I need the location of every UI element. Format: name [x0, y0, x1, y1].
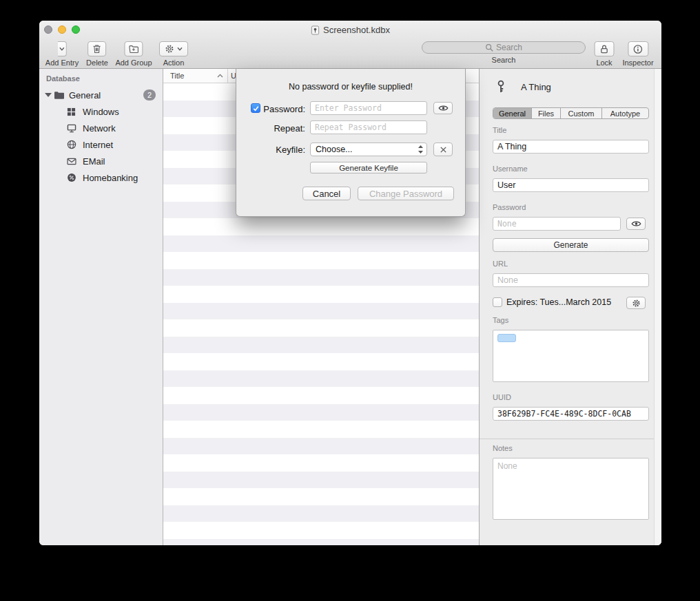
lock-button[interactable] [595, 41, 615, 56]
chevron-down-icon [59, 47, 65, 51]
disclosure-triangle-icon[interactable] [45, 93, 52, 97]
desktop: { "window": { "title": "Screenshot.kdbx"… [0, 0, 700, 601]
inspector-scrollbar[interactable] [654, 69, 661, 545]
entry-list-row[interactable] [163, 438, 479, 455]
title-field-label: Title [493, 126, 506, 134]
repeat-password-input[interactable] [310, 120, 427, 134]
uuid-field[interactable] [493, 407, 649, 421]
sidebar-item-internet[interactable]: Internet [39, 136, 163, 153]
toolbar-add-entry: Add Entry [45, 41, 79, 67]
trash-icon [92, 44, 101, 54]
entry-list-row[interactable] [163, 286, 479, 303]
column-divider[interactable] [227, 69, 228, 83]
action-button[interactable] [159, 41, 188, 56]
dialog-message: No password or keyfile supplied! [236, 82, 465, 92]
sidebar-item-label: Homebanking [83, 173, 138, 183]
gear-icon [632, 299, 641, 308]
expires-label: Expires: Tues...March 2015 [506, 297, 611, 307]
password-input[interactable] [310, 101, 427, 115]
tags-field[interactable] [493, 330, 649, 382]
sort-ascending-icon [217, 74, 223, 78]
entry-list-row[interactable] [163, 252, 479, 269]
action-label: Action [163, 59, 185, 67]
change-password-button[interactable]: Change Password [358, 187, 454, 200]
toolbar-add-group: Add Group [115, 41, 152, 67]
repeat-label: Repeat: [262, 123, 305, 134]
sidebar-item-label: Network [83, 123, 116, 134]
search-placeholder: Search [496, 43, 522, 52]
entry-list-row[interactable] [163, 421, 479, 438]
tab-autotype[interactable]: Autotype [602, 108, 648, 118]
cancel-button[interactable]: Cancel [302, 187, 351, 200]
x-icon [440, 146, 447, 154]
lock-icon [600, 44, 609, 54]
entry-list-row[interactable] [163, 319, 479, 337]
entry-list-row[interactable] [163, 235, 479, 253]
sidebar-item-label: EMail [83, 156, 105, 167]
add-group-button[interactable] [124, 41, 143, 56]
url-field[interactable] [493, 273, 649, 287]
toolbar-lock: Lock [595, 41, 615, 67]
clear-keyfile-button[interactable] [433, 143, 453, 156]
entry-list-row[interactable] [163, 353, 479, 370]
percent-coin-icon [67, 173, 76, 182]
entry-list-row[interactable] [163, 303, 479, 320]
entry-list-row[interactable] [163, 370, 479, 388]
window-chrome: Screenshot.kdbx Add Ent [39, 21, 661, 69]
toolbar-inspector: Inspector [622, 41, 653, 67]
entry-list-row[interactable] [163, 387, 479, 404]
tab-general[interactable]: General [493, 108, 532, 118]
inspector-button[interactable] [628, 41, 648, 56]
cancel-label: Cancel [313, 189, 340, 199]
sidebar-item-network[interactable]: Network [39, 120, 163, 136]
entry-list-row[interactable] [163, 522, 479, 539]
expires-checkbox[interactable] [493, 297, 502, 307]
key-icon [495, 80, 506, 94]
entry-list-row[interactable] [163, 488, 479, 505]
tag-chip[interactable] [497, 334, 516, 342]
notes-field[interactable] [493, 458, 649, 520]
entry-list-row[interactable] [163, 539, 479, 546]
window-title-area: Screenshot.kdbx [39, 21, 661, 39]
entry-list-row[interactable] [163, 218, 479, 235]
username-field[interactable] [493, 178, 649, 192]
keyfile-label: Keyfile: [262, 145, 305, 155]
entry-list-row[interactable] [163, 337, 479, 354]
expires-settings-button[interactable] [626, 297, 646, 309]
tab-custom[interactable]: Custom [561, 108, 602, 118]
document-icon [311, 25, 320, 35]
entry-count-badge: 2 [143, 89, 156, 101]
password-field[interactable] [493, 217, 621, 231]
uuid-label: UUID [493, 393, 511, 401]
inspector-tabs: General Files Custom Autotype [493, 107, 649, 119]
search-input[interactable]: Search [422, 41, 586, 54]
delete-label: Delete [86, 59, 108, 67]
delete-button[interactable] [88, 41, 106, 56]
password-dialog: No password or keyfile supplied! Passwor… [236, 69, 466, 217]
column-header-title[interactable]: Title [170, 72, 184, 80]
sidebar-group-general[interactable]: General 2 [39, 87, 163, 103]
title-field[interactable] [493, 140, 649, 154]
entry-list-row[interactable] [163, 404, 479, 421]
generate-keyfile-button[interactable]: Generate Keyfile [310, 162, 427, 173]
entry-list-row[interactable] [163, 472, 479, 489]
sidebar-item-email[interactable]: EMail [39, 153, 163, 169]
keyfile-popup[interactable]: Choose... [310, 143, 427, 156]
entry-list-row[interactable] [163, 505, 479, 523]
tags-label: Tags [493, 316, 508, 324]
inspector-divider [480, 439, 661, 439]
eye-icon [438, 105, 449, 112]
add-entry-dropdown[interactable] [58, 41, 67, 56]
globe-icon [67, 140, 76, 149]
entry-list-row[interactable] [163, 454, 479, 472]
reveal-password-button[interactable] [433, 102, 453, 114]
generate-password-button[interactable]: Generate [493, 238, 649, 252]
entry-list-row[interactable] [163, 269, 479, 286]
reveal-password-button[interactable] [626, 218, 646, 230]
change-password-label: Change Password [369, 189, 442, 199]
sidebar-item-windows[interactable]: Windows [39, 103, 163, 120]
expires-row: Expires: Tues...March 2015 [493, 296, 611, 308]
sidebar-item-homebanking[interactable]: Homebanking [39, 169, 163, 186]
password-checkbox[interactable] [251, 103, 260, 113]
tab-files[interactable]: Files [532, 108, 561, 118]
